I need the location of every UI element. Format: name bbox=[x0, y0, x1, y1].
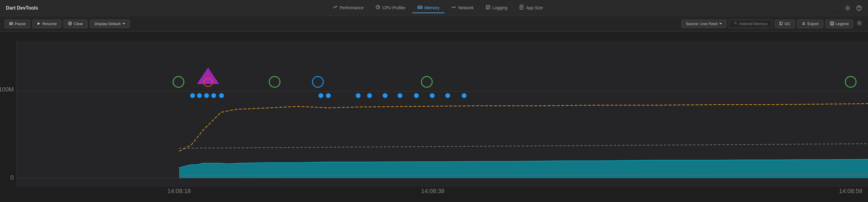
svg-text:14:08:38: 14:08:38 bbox=[421, 187, 444, 194]
app-size-icon bbox=[519, 5, 524, 11]
svg-marker-23 bbox=[719, 23, 722, 25]
pause-icon bbox=[9, 22, 13, 26]
svg-point-60 bbox=[462, 93, 467, 98]
chart-settings-button[interactable] bbox=[856, 19, 863, 28]
svg-point-13 bbox=[847, 7, 848, 9]
export-icon bbox=[802, 22, 806, 26]
top-nav: Dart DevTools Performance CPU Profiler bbox=[0, 0, 868, 16]
pause-button[interactable]: Pause bbox=[5, 20, 30, 28]
export-label: Export bbox=[807, 22, 819, 26]
tab-cpu-profiler[interactable]: CPU Profiler bbox=[370, 3, 411, 13]
resume-label: Resume bbox=[42, 22, 57, 26]
svg-point-51 bbox=[318, 93, 323, 98]
settings-nav-button[interactable] bbox=[845, 5, 851, 11]
android-memory-label: Android Memory bbox=[739, 22, 767, 26]
svg-rect-24 bbox=[780, 22, 782, 25]
svg-point-50 bbox=[219, 93, 224, 98]
svg-point-59 bbox=[445, 93, 450, 98]
svg-point-56 bbox=[398, 93, 402, 98]
nav-tabs: Performance CPU Profiler bbox=[328, 3, 548, 13]
android-memory-icon bbox=[733, 22, 737, 26]
clear-label: Clear bbox=[74, 22, 83, 26]
svg-point-31 bbox=[859, 22, 860, 24]
svg-rect-3 bbox=[420, 6, 420, 8]
nav-right: · bbox=[838, 4, 862, 11]
legend-label: Legend bbox=[836, 22, 848, 26]
source-label: Source: Live Feed bbox=[686, 22, 718, 26]
memory-chart[interactable]: 100M 0 bbox=[0, 32, 868, 202]
svg-marker-18 bbox=[38, 22, 40, 25]
help-nav-button[interactable] bbox=[856, 5, 862, 11]
tab-logging[interactable]: Logging bbox=[480, 3, 513, 13]
svg-point-54 bbox=[367, 93, 372, 98]
tab-memory[interactable]: Memory bbox=[412, 3, 445, 13]
legend-button[interactable]: Legend bbox=[826, 20, 853, 28]
gc-button[interactable]: GC bbox=[775, 20, 795, 28]
clear-icon bbox=[68, 22, 72, 26]
app-title: Dart DevTools bbox=[6, 5, 38, 11]
export-button[interactable]: Export bbox=[797, 20, 823, 28]
resume-icon bbox=[37, 22, 40, 26]
svg-rect-2 bbox=[418, 6, 419, 8]
svg-text:0: 0 bbox=[10, 174, 14, 181]
tab-memory-label: Memory bbox=[425, 5, 440, 10]
svg-rect-4 bbox=[421, 6, 422, 8]
toolbar: Pause Resume Clear Display Default bbox=[0, 16, 868, 32]
gc-icon bbox=[779, 22, 783, 26]
tab-app-size[interactable]: App Size bbox=[514, 3, 548, 13]
svg-point-48 bbox=[204, 93, 209, 98]
svg-text:14:08:18: 14:08:18 bbox=[167, 187, 191, 194]
chevron-down-icon bbox=[122, 22, 125, 26]
tab-app-size-label: App Size bbox=[526, 5, 543, 10]
svg-point-46 bbox=[190, 93, 195, 98]
svg-point-52 bbox=[326, 93, 331, 98]
performance-icon bbox=[333, 5, 338, 11]
tab-network-label: Network bbox=[458, 5, 473, 10]
tab-performance-label: Performance bbox=[340, 5, 364, 10]
cpu-profiler-icon bbox=[375, 5, 380, 11]
legend-icon bbox=[830, 22, 834, 26]
svg-marker-22 bbox=[123, 23, 125, 25]
display-default-label: Display Default bbox=[94, 22, 120, 26]
svg-point-58 bbox=[430, 93, 435, 98]
svg-point-49 bbox=[211, 93, 216, 98]
network-icon bbox=[451, 5, 456, 11]
dot-separator: · bbox=[838, 4, 839, 11]
pause-label: Pause bbox=[14, 22, 26, 26]
tab-logging-label: Logging bbox=[493, 5, 507, 10]
source-button[interactable]: Source: Live Feed bbox=[681, 20, 727, 28]
svg-point-55 bbox=[383, 93, 388, 98]
svg-rect-16 bbox=[9, 22, 11, 25]
svg-rect-26 bbox=[830, 22, 834, 25]
source-chevron-icon bbox=[719, 22, 722, 26]
tab-cpu-profiler-label: CPU Profiler bbox=[382, 5, 406, 10]
svg-point-53 bbox=[356, 93, 361, 98]
tab-network[interactable]: Network bbox=[446, 3, 479, 13]
gc-label: GC bbox=[785, 22, 791, 26]
tab-performance[interactable]: Performance bbox=[328, 3, 369, 13]
display-default-dropdown[interactable]: Display Default bbox=[90, 20, 129, 28]
clear-button[interactable]: Clear bbox=[64, 20, 88, 28]
chart-container: 100M 0 bbox=[0, 32, 868, 202]
svg-point-47 bbox=[197, 93, 202, 98]
svg-rect-33 bbox=[0, 32, 17, 202]
logging-icon bbox=[486, 5, 490, 11]
svg-point-57 bbox=[414, 93, 419, 98]
svg-text:100M: 100M bbox=[0, 86, 14, 93]
android-memory-button[interactable]: Android Memory bbox=[729, 20, 772, 28]
memory-icon bbox=[417, 5, 422, 11]
svg-rect-17 bbox=[12, 22, 13, 25]
resume-button[interactable]: Resume bbox=[33, 20, 61, 28]
svg-text:14:08:59: 14:08:59 bbox=[839, 187, 862, 194]
